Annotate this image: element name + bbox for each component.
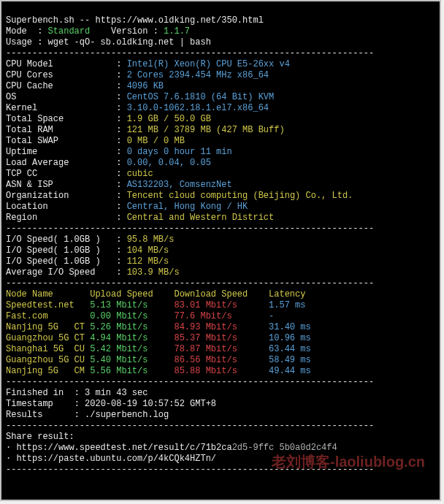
sys-value: 3.10.0-1062.18.1.el7.x86_64	[127, 103, 269, 113]
speed-latency: 1.57 ms	[269, 300, 332, 310]
usage-label: Usage :	[6, 37, 48, 47]
sys-value: 4096 KB	[127, 81, 164, 91]
colon: :	[116, 180, 126, 190]
results-value: : ./superbench.log	[74, 410, 169, 420]
hr: ----------------------------------------…	[6, 224, 374, 234]
sys-value: 121 MB / 3789 MB (427 MB Buff)	[127, 125, 285, 135]
system-info: CPU Model : Intel(R) Xeon(R) CPU E5-26xx…	[6, 59, 435, 224]
sys-value: Intel(R) Xeon(R) CPU E5-26xx v4	[127, 59, 290, 69]
colon: :	[116, 125, 126, 135]
sys-label: OS	[6, 92, 116, 102]
speed-node: Guangzhou 5G CU	[6, 355, 90, 365]
sys-value: Central and Western District	[127, 213, 275, 223]
speed-upload: 5.42 Mbit/s	[90, 344, 174, 354]
sys-label: ASN & ISP	[6, 180, 116, 190]
sys-value: 0 days 0 hour 11 min	[127, 147, 232, 157]
sys-label: Total SWAP	[6, 136, 116, 146]
sys-value: CentOS 7.6.1810 (64 Bit) KVM	[127, 92, 275, 102]
ioavg-value: 103.9 MB/s	[127, 267, 180, 278]
mode-label: Mode :	[6, 26, 48, 37]
col-lat: Latency	[269, 289, 332, 299]
colon: :	[116, 147, 126, 157]
speed-latency: 31.40 ms	[269, 322, 332, 332]
mode-value: Standard	[48, 26, 91, 37]
sys-label: Organization	[6, 191, 116, 201]
speed-upload: 0.00 Mbit/s	[90, 311, 174, 321]
speed-download: 86.56 Mbit/s	[174, 355, 269, 365]
sys-label: Total Space	[6, 114, 116, 124]
sys-label: CPU Cache	[6, 81, 116, 91]
speed-upload: 4.94 Mbit/s	[90, 333, 174, 343]
share-label: Share result:	[6, 432, 74, 442]
colon: :	[116, 92, 126, 102]
speed-node: Guangzhou 5G CT	[6, 333, 90, 343]
hr: ----------------------------------------…	[6, 465, 374, 475]
share-url-1b: 2d5-9ffc 5b0a0d2c4f4	[232, 443, 337, 453]
sys-value: 0 MB / 0 MB	[127, 136, 185, 146]
version-value: 1.1.7	[164, 26, 190, 37]
speed-upload: 5.56 Mbit/s	[90, 366, 174, 376]
finished-value: : 3 min 43 sec	[74, 388, 148, 398]
speed-upload: 5.13 Mbit/s	[90, 300, 174, 310]
sys-value: cubic	[127, 169, 153, 179]
colon: :	[116, 136, 126, 146]
speed-latency: 10.96 ms	[269, 333, 332, 343]
col-up: Upload Speed	[90, 289, 174, 299]
speed-latency: 58.49 ms	[269, 355, 332, 365]
col-down: Download Speed	[174, 289, 269, 299]
hr: ----------------------------------------…	[6, 278, 374, 289]
sys-value: 1.9 GB / 50.0 GB	[127, 114, 211, 124]
colon: :	[116, 245, 126, 256]
io2-value: 104 MB/s	[127, 245, 169, 256]
sys-label: Load Average	[6, 158, 116, 168]
title: Superbench.sh	[6, 15, 74, 26]
speed-download: 85.37 Mbit/s	[174, 333, 269, 343]
speed-node: Speedtest.net	[6, 300, 90, 310]
sys-label: Location	[6, 202, 116, 212]
col-node: Node Name	[6, 289, 90, 299]
results-label: Results	[6, 410, 74, 420]
finished-label: Finished in	[6, 388, 74, 398]
terminal-output: Superbench.sh -- https://www.oldking.net…	[0, 0, 441, 501]
share-url-1: · https://www.speedtest.net/result/c/71b…	[6, 443, 232, 453]
speed-node: Nanjing 5G CT	[6, 322, 90, 332]
colon: :	[116, 158, 126, 168]
colon: :	[116, 81, 126, 91]
speed-download: 78.87 Mbit/s	[174, 344, 269, 354]
sys-value: Tencent cloud computing (Beijing) Co., L…	[127, 191, 353, 201]
speed-node: Fast.com	[6, 311, 90, 321]
speed-download: 85.88 Mbit/s	[174, 366, 269, 376]
speed-upload: 5.40 Mbit/s	[90, 355, 174, 365]
sys-label: Kernel	[6, 103, 116, 113]
sys-value: AS132203, ComsenzNet	[127, 180, 232, 190]
io3-value: 112 MB/s	[127, 256, 169, 267]
sys-value: 2 Cores 2394.454 MHz x86_64	[127, 70, 269, 80]
sys-label: CPU Cores	[6, 70, 116, 80]
colon: :	[116, 114, 126, 124]
colon: :	[116, 267, 126, 278]
hr: ----------------------------------------…	[6, 377, 374, 387]
speed-latency: 63.44 ms	[269, 344, 332, 354]
colon: :	[116, 256, 126, 267]
io1-label: I/O Speed( 1.0GB )	[6, 234, 116, 245]
timestamp-value: : 2020-08-19 10:57:52 GMT+8	[74, 399, 216, 409]
colon: :	[116, 59, 126, 69]
colon: :	[116, 169, 126, 179]
hr: ----------------------------------------…	[6, 421, 374, 431]
sys-label: Region	[6, 213, 116, 223]
sys-value: 0.00, 0.04, 0.05	[127, 158, 211, 168]
version-label: Version :	[90, 26, 164, 37]
colon: :	[116, 234, 126, 245]
hr: ----------------------------------------…	[6, 48, 374, 58]
colon: :	[116, 191, 126, 201]
usage-value: wget -qO- sb.oldking.net | bash	[48, 37, 211, 47]
speed-node: Nanjing 5G CM	[6, 366, 90, 376]
speed-latency: 49.44 ms	[269, 366, 332, 376]
speed-table: Speedtest.net 5.13 Mbit/s 83.01 Mbit/s 1…	[6, 300, 435, 377]
colon: :	[116, 202, 126, 212]
io2-label: I/O Speed( 1.0GB )	[6, 245, 116, 256]
sys-label: Uptime	[6, 147, 116, 157]
sys-label: Total RAM	[6, 125, 116, 135]
colon: :	[116, 103, 126, 113]
speed-download: 83.01 Mbit/s	[174, 300, 269, 310]
